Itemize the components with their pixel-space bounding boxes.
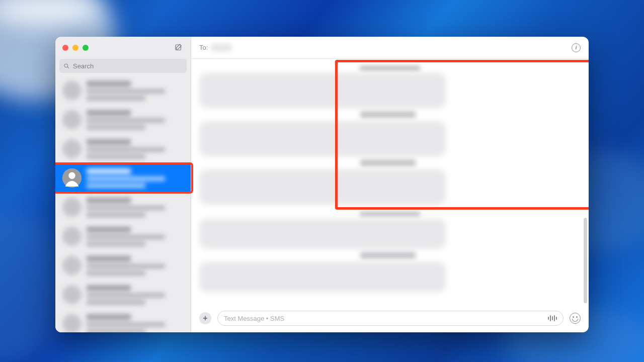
window-titlebar [55, 37, 191, 59]
zoom-button[interactable] [83, 45, 89, 51]
svg-point-3 [68, 172, 75, 179]
message-input[interactable]: Text Message • SMS [217, 311, 564, 326]
message-meta-redacted [360, 111, 416, 118]
recipient-chip[interactable] [211, 44, 232, 52]
audio-record-icon[interactable] [548, 315, 557, 322]
conversation-item[interactable] [55, 105, 191, 134]
messages-window: Search To: i [55, 37, 589, 332]
conversation-header: To: i [191, 37, 589, 59]
conversation-item[interactable] [55, 251, 191, 280]
emoji-button[interactable] [570, 313, 581, 324]
apps-button[interactable]: + [199, 312, 211, 324]
message-bubble[interactable] [199, 169, 446, 205]
svg-point-1 [64, 64, 68, 67]
to-label: To: [199, 44, 208, 51]
message-bubble[interactable] [199, 262, 446, 292]
close-button[interactable] [62, 45, 68, 51]
timestamp-redacted [199, 210, 581, 216]
search-icon [63, 63, 70, 69]
message-bubble[interactable] [199, 219, 446, 249]
message-meta-redacted [360, 159, 416, 166]
search-input[interactable]: Search [59, 59, 187, 73]
conversation-item[interactable] [55, 222, 191, 251]
conversation-sidebar: Search [55, 37, 191, 332]
conversation-item[interactable] [55, 193, 191, 222]
message-input-row: + Text Message • SMS [191, 309, 589, 332]
window-controls [62, 45, 89, 51]
message-bubble[interactable] [199, 73, 446, 108]
avatar [62, 168, 82, 188]
message-input-placeholder: Text Message • SMS [224, 315, 284, 322]
minimize-button[interactable] [72, 45, 78, 51]
message-scroll-area[interactable] [191, 59, 589, 309]
scrollbar-thumb[interactable] [584, 218, 587, 303]
conversation-item[interactable] [55, 309, 191, 332]
conversation-list[interactable] [55, 76, 191, 332]
conversation-item[interactable] [55, 134, 191, 163]
conversation-main: To: i + Text Message • SMS [191, 37, 589, 332]
person-icon [62, 168, 82, 188]
details-button[interactable]: i [572, 43, 581, 52]
message-bubble[interactable] [199, 121, 446, 156]
search-placeholder: Search [73, 62, 94, 70]
compose-button[interactable] [174, 43, 184, 53]
conversation-item[interactable] [55, 280, 191, 309]
compose-icon [174, 43, 183, 52]
message-meta-redacted [360, 252, 416, 259]
info-icon: i [575, 45, 577, 50]
conversation-item-selected[interactable] [55, 163, 191, 193]
conversation-item[interactable] [55, 76, 191, 105]
timestamp-redacted [199, 64, 581, 70]
